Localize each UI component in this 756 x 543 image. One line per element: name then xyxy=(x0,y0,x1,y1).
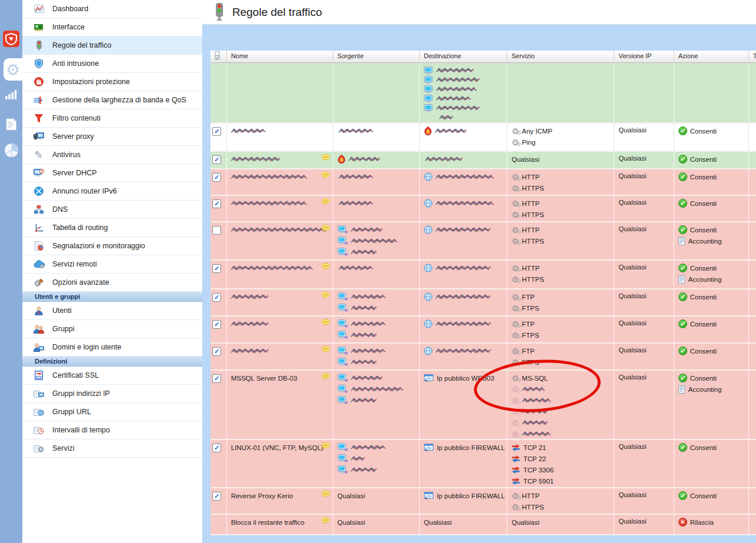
traffic-rule-row[interactable]: ✓MSSQL Server DB-03Ip pubblico WEB03⚙MS-… xyxy=(210,371,756,440)
rule-checkbox[interactable]: ✓ xyxy=(212,374,221,383)
item-label: HTTPS xyxy=(522,276,544,283)
rail-gear-button[interactable]: ⚙ xyxy=(4,58,22,81)
sidebar-item-antivirus[interactable]: Antivirus xyxy=(22,146,202,164)
rule-checkbox[interactable]: ✓ xyxy=(212,293,221,302)
traffic-rule-row[interactable]: ✓⚙FTP⚙FTPSQualsiasi✓Consenti xyxy=(210,344,756,371)
rail-pie-chart-button[interactable] xyxy=(0,142,22,158)
sidebar-item-opzioni-avanzate[interactable]: Opzioni avanzate xyxy=(22,274,202,292)
note-icon xyxy=(322,517,331,524)
allow-icon: ✓ xyxy=(678,443,687,452)
rail-kerio-logo-button[interactable] xyxy=(0,30,22,48)
sidebar-item-regole-del-traffico[interactable]: Regole del traffico xyxy=(22,36,202,55)
column-header-action[interactable]: Azione xyxy=(674,51,748,63)
rule-checkbox[interactable]: ✓ xyxy=(212,444,221,452)
cell-azione: ×Rilascia xyxy=(674,515,748,534)
traffic-rule-row[interactable]: ✓⚙FTP⚙FTPSQualsiasi✓Consenti xyxy=(210,289,756,317)
sidebar-item-label: Gruppi indirizzi IP xyxy=(52,389,110,398)
sidebar-item-tabella-di-routing[interactable]: Tabella di routing xyxy=(22,219,202,237)
redacted-text xyxy=(436,67,475,74)
traffic-rule-row[interactable]: ✓⚙FTP⚙FTPSQualsiasi✓Consenti xyxy=(210,317,756,344)
column-header-name[interactable]: Nome xyxy=(226,51,333,63)
rule-checkbox[interactable]: ✓ xyxy=(212,199,221,208)
action-line: ✓Consenti xyxy=(678,172,745,181)
cell-line: ⚙ xyxy=(511,396,611,405)
cell-line xyxy=(337,292,416,301)
traffic-rule-row[interactable]: Blocca il restante trafficoQualsiasiQual… xyxy=(210,515,756,535)
cell-nome: Blocca il restante traffico xyxy=(226,515,333,534)
sidebar-item-label: Dashboard xyxy=(52,5,88,13)
rule-checkbox[interactable]: ✓ xyxy=(212,264,221,273)
globe-icon xyxy=(424,172,433,181)
sidebar-item-dns[interactable]: DNS xyxy=(22,201,202,219)
item-label: HTTP xyxy=(522,200,540,207)
rule-checkbox[interactable]: ✓ xyxy=(212,492,221,501)
allow-icon: ✓ xyxy=(678,491,687,500)
sidebar-item-interfacce[interactable]: Interfacce xyxy=(22,18,202,36)
traffic-rule-row[interactable]: ✓⚙HTTP⚙HTTPSQualsiasi✓Consenti xyxy=(210,169,756,196)
sidebar-item-segnalazioni-e-monitoraggio[interactable]: Segnalazioni e monitoraggio xyxy=(22,237,202,255)
sidebar-item-server-dhcp[interactable]: Server DHCP xyxy=(22,164,202,182)
host-icon xyxy=(337,248,348,256)
cell-extra xyxy=(748,63,756,122)
traffic-rule-row[interactable]: ✓QualsiasiQualsiasi✓Consenti xyxy=(210,152,756,169)
column-header-check[interactable] xyxy=(210,51,226,63)
column-header-dest[interactable]: Destinazione xyxy=(419,51,507,63)
traffic-rule-row[interactable]: ✓LINUX-01 (VNC, FTP, MySQL)Ip pubblico F… xyxy=(210,440,756,488)
routing-icon xyxy=(32,224,45,232)
cell-sorgente xyxy=(333,344,419,369)
sidebar-item-servizi[interactable]: Servizi xyxy=(22,439,202,458)
traffic-rule-row[interactable]: ✓⚙Any ICMP⚙PingQualsiasi✓Consenti xyxy=(210,124,756,152)
rule-name: Blocca il restante traffico xyxy=(231,519,305,526)
cell-extra xyxy=(748,152,756,168)
column-header-extra[interactable]: T xyxy=(748,51,756,63)
traffic-rule-row[interactable]: ⚙HTTP⚙HTTPSQualsiasi✓ConsentiAccounting xyxy=(210,222,756,261)
rule-checkbox[interactable]: ✓ xyxy=(212,173,221,182)
sidebar-item-domini-e-login-utente[interactable]: Domini e login utente xyxy=(22,338,202,357)
pie-chart-icon xyxy=(4,143,19,158)
action-line: ✓Consenti xyxy=(678,319,745,328)
redacted-text xyxy=(436,76,481,83)
sidebar-item-server-proxy[interactable]: Server proxy xyxy=(22,128,202,146)
rule-checkbox[interactable]: ✓ xyxy=(212,320,221,329)
item-label: HTTP xyxy=(522,492,540,499)
cell-sorgente xyxy=(333,261,419,288)
sidebar-item-gestione-della-larghezza-di-banda-e-qos[interactable]: Gestione della larghezza di banda e QoS xyxy=(22,91,202,109)
rule-checkbox[interactable]: ✓ xyxy=(212,347,221,356)
host-icon xyxy=(337,385,348,394)
sidebar-item-anti-intrusione[interactable]: Anti intrusione xyxy=(22,55,202,73)
column-header-service[interactable]: Servizio xyxy=(507,51,614,63)
rule-checkbox[interactable]: ✓ xyxy=(212,127,221,136)
cell-versione-ip: Qualsiasi xyxy=(614,222,673,259)
rail-report-button[interactable] xyxy=(0,117,22,131)
rule-name-line xyxy=(231,347,330,355)
sidebar-item-label: Gestione della larghezza di banda e QoS xyxy=(52,96,186,104)
column-header-source[interactable]: Sorgente xyxy=(333,51,419,63)
rail-bar-chart-button[interactable] xyxy=(0,88,22,101)
column-header-ipver[interactable]: Versione IP xyxy=(614,51,673,63)
cell-azione: ✓Consenti xyxy=(674,344,748,369)
cell-line: TCP 22 xyxy=(511,454,611,463)
cell-destinazione xyxy=(419,222,507,259)
sidebar-item-filtro-contenuti[interactable]: Filtro contenuti xyxy=(22,109,202,128)
sidebar-item-intervalli-di-tempo[interactable]: Intervalli di tempo xyxy=(22,421,202,439)
sidebar-item-impostazioni-protezione[interactable]: Impostazioni protezione xyxy=(22,73,202,91)
item-label: TCP 5901 xyxy=(523,478,554,485)
traffic-rule-row[interactable]: ✓⚙HTTP⚙HTTPSQualsiasi✓Consenti xyxy=(210,196,756,222)
sidebar-item-gruppi-indirizzi-ip[interactable]: Gruppi indirizzi IP xyxy=(22,385,202,403)
sidebar-item-certificati-ssl[interactable]: Certificati SSL xyxy=(22,367,202,385)
sidebar-item-gruppi[interactable]: Gruppi xyxy=(22,320,202,338)
traffic-rule-row[interactable]: ✓⚙HTTP⚙HTTPSQualsiasi✓ConsentiAccounting xyxy=(210,261,756,289)
sidebar-section-header: Utenti e gruppi xyxy=(22,292,202,302)
traffic-rule-row[interactable] xyxy=(210,63,756,124)
traffic-rule-row[interactable]: ✓Reverse Proxy KerioQualsiasiIp pubblico… xyxy=(210,488,756,515)
action-line: ✓Consenti xyxy=(678,264,745,272)
cell-destinazione xyxy=(419,317,507,342)
cell-destinazione xyxy=(419,169,507,195)
sidebar-item-servizi-remoti[interactable]: Servizi remoti xyxy=(22,255,202,274)
sidebar-item-utenti[interactable]: Utenti xyxy=(22,302,202,320)
sidebar-item-annunci-router-ipv6[interactable]: Annunci router IPv6 xyxy=(22,182,202,201)
sidebar-item-gruppi-url[interactable]: Gruppi URL xyxy=(22,403,202,421)
rule-checkbox[interactable] xyxy=(212,226,221,235)
rule-checkbox[interactable]: ✓ xyxy=(212,155,221,164)
sidebar-item-dashboard[interactable]: Dashboard xyxy=(22,0,202,18)
